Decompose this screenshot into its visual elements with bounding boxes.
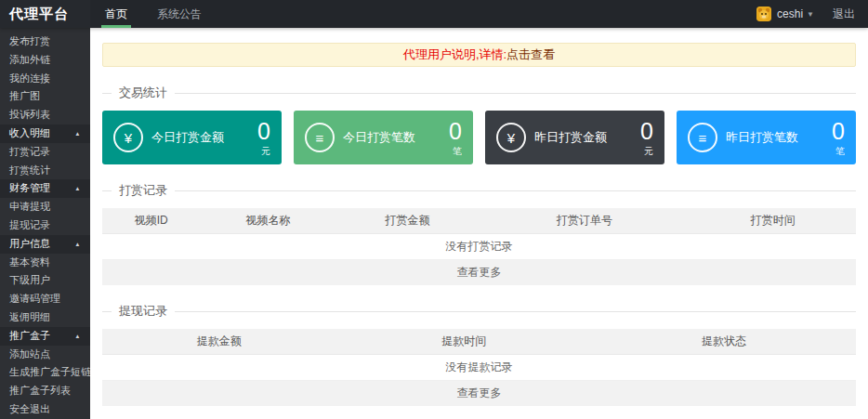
- view-more-button[interactable]: 查看更多: [102, 260, 856, 286]
- top-header: 代理平台 首页 系统公告 ceshi ▼ 退出: [0, 0, 868, 28]
- tab-system-announcement[interactable]: 系统公告: [142, 0, 217, 28]
- col-reward-amount: 打赏金额: [335, 208, 479, 234]
- empty-row: 没有提款记录: [102, 355, 856, 381]
- sidebar-item-safe-logout[interactable]: 安全退出: [0, 400, 90, 419]
- col-video-name: 视频名称: [200, 208, 335, 234]
- empty-message: 没有打赏记录: [102, 234, 856, 260]
- sidebar-item-promo-box-list[interactable]: 推广盒子列表: [0, 382, 90, 400]
- sidebar-item-add-site[interactable]: 添加站点: [0, 346, 90, 364]
- stat-card-value: 0: [832, 120, 845, 143]
- sidebar-section-income-detail[interactable]: 收入明细 ▲: [0, 124, 90, 143]
- col-withdraw-time: 提款时间: [335, 329, 592, 355]
- view-more-row: 查看更多: [102, 260, 856, 286]
- logout-button[interactable]: 退出: [833, 7, 855, 22]
- stat-card-yesterday-amount: ¥ 昨日打赏金额 0 元: [485, 111, 664, 164]
- chevron-up-icon: ▲: [74, 328, 80, 345]
- main-content: 代理用户说明,详情:点击查看 交易统计 ¥ 今日打赏金额 0 元 ≡ 今日打赏笔…: [90, 28, 868, 419]
- sidebar-item-promo-image[interactable]: 推广图: [0, 87, 90, 106]
- stat-card-unit: 笔: [449, 147, 462, 156]
- brand-logo: 代理平台: [0, 0, 90, 28]
- chevron-up-icon: ▲: [74, 236, 80, 253]
- stat-card-today-amount: ¥ 今日打赏金额 0 元: [102, 111, 282, 164]
- sidebar-item-reward-stats[interactable]: 打赏统计: [0, 162, 90, 180]
- sidebar-section-label: 收入明细: [9, 124, 50, 143]
- sidebar-item-withdraw-records[interactable]: 提现记录: [0, 216, 90, 235]
- sidebar-item-reward-records[interactable]: 打赏记录: [0, 143, 90, 162]
- withdraw-records-table: 提款金额 提款时间 提款状态 没有提款记录 查看更多: [102, 329, 856, 406]
- stat-card-value: 0: [640, 120, 653, 143]
- list-circle-icon: ≡: [688, 123, 717, 152]
- stat-card-label: 昨日打赏笔数: [726, 129, 798, 146]
- view-more-button[interactable]: 查看更多: [102, 381, 856, 407]
- sidebar-section-finance[interactable]: 财务管理 ▲: [0, 179, 90, 198]
- stat-cards: ¥ 今日打赏金额 0 元 ≡ 今日打赏笔数 0 笔 ¥ 昨日打赏金额 0 元 ≡: [102, 111, 856, 164]
- yen-circle-icon: ¥: [113, 123, 143, 152]
- sidebar-item-add-external-link[interactable]: 添加外链: [0, 51, 90, 70]
- sidebar-section-label: 用户信息: [9, 235, 50, 254]
- chevron-down-icon[interactable]: ▼: [807, 10, 814, 19]
- list-circle-icon: ≡: [305, 123, 335, 152]
- stat-card-label: 昨日打赏金额: [534, 129, 607, 146]
- sidebar-section-label: 推广盒子: [9, 327, 50, 346]
- col-withdraw-amount: 提款金额: [102, 329, 335, 355]
- section-title-text: 打赏记录: [119, 182, 167, 199]
- header-user-area: ceshi ▼ 退出: [756, 0, 868, 28]
- sidebar-section-user-info[interactable]: 用户信息 ▲: [0, 235, 90, 254]
- stat-card-label: 今日打赏金额: [151, 129, 224, 146]
- sidebar-item-basic-profile[interactable]: 基本资料: [0, 254, 90, 272]
- table-header-row: 提款金额 提款时间 提款状态: [102, 329, 856, 355]
- sidebar-section-promo-box[interactable]: 推广盒子 ▲: [0, 327, 90, 346]
- col-reward-order-no: 打赏订单号: [479, 208, 690, 234]
- notice-banner[interactable]: 代理用户说明,详情:点击查看: [102, 43, 856, 67]
- view-more-row: 查看更多: [102, 381, 856, 407]
- sidebar-item-gen-promo-shortlink[interactable]: 生成推广盒子短链接: [0, 363, 90, 382]
- col-video-id: 视频ID: [102, 208, 200, 234]
- sidebar-item-publish-reward[interactable]: 发布打赏: [0, 33, 90, 51]
- tab-home[interactable]: 首页: [90, 0, 142, 28]
- stat-card-value: 0: [449, 120, 462, 143]
- chevron-up-icon: ▲: [74, 125, 80, 142]
- reward-records-table: 视频ID 视频名称 打赏金额 打赏订单号 打赏时间 没有打赏记录 查看更多: [102, 208, 856, 285]
- stat-card-today-count: ≡ 今日打赏笔数 0 笔: [294, 111, 473, 164]
- sidebar-item-sub-users[interactable]: 下级用户: [0, 271, 90, 290]
- sidebar-item-invite-code-mgmt[interactable]: 邀请码管理: [0, 290, 90, 308]
- table-header-row: 视频ID 视频名称 打赏金额 打赏订单号 打赏时间: [102, 208, 856, 234]
- sidebar-nav: 发布打赏 添加外链 我的连接 推广图 投诉列表 收入明细 ▲ 打赏记录 打赏统计…: [0, 28, 90, 419]
- empty-message: 没有提款记录: [102, 355, 856, 381]
- stat-card-unit: 笔: [832, 147, 845, 156]
- col-reward-time: 打赏时间: [690, 208, 856, 234]
- section-title-text: 提现记录: [119, 303, 167, 320]
- yen-circle-icon: ¥: [496, 123, 526, 152]
- sidebar-item-apply-withdraw[interactable]: 申请提现: [0, 198, 90, 216]
- sidebar-item-my-links[interactable]: 我的连接: [0, 70, 90, 88]
- empty-row: 没有打赏记录: [102, 234, 856, 260]
- stat-card-label: 今日打赏笔数: [343, 129, 415, 146]
- col-withdraw-status: 提款状态: [592, 329, 856, 355]
- header-tabs: 首页 系统公告: [90, 0, 217, 28]
- section-title-text: 交易统计: [119, 85, 167, 101]
- notice-link[interactable]: 点击查看: [506, 47, 555, 61]
- stat-card-value: 0: [257, 120, 270, 143]
- chevron-up-icon: ▲: [74, 180, 80, 197]
- section-title-withdraw-records: 提现记录: [102, 303, 856, 320]
- sidebar-section-label: 财务管理: [9, 179, 50, 198]
- section-title-transaction-stats: 交易统计: [102, 85, 856, 101]
- notice-text: 代理用户说明,详情:: [403, 47, 506, 61]
- user-avatar[interactable]: [756, 7, 771, 21]
- sidebar-item-rebate-detail[interactable]: 返佣明细: [0, 308, 90, 327]
- section-title-reward-records: 打赏记录: [102, 182, 856, 199]
- stat-card-unit: 元: [640, 147, 653, 156]
- stat-card-yesterday-count: ≡ 昨日打赏笔数 0 笔: [677, 111, 856, 164]
- username[interactable]: ceshi: [777, 7, 803, 20]
- stat-card-unit: 元: [257, 147, 270, 156]
- sidebar-item-complaint-list[interactable]: 投诉列表: [0, 106, 90, 124]
